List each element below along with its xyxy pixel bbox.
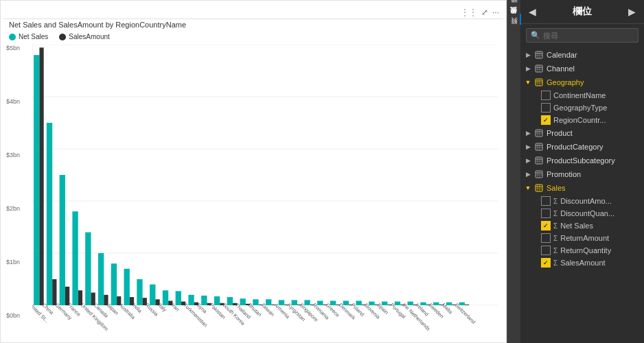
label-productsubcategory: ProductSubcategory bbox=[547, 156, 615, 165]
checkbox-discountquan[interactable] bbox=[541, 209, 551, 218]
group-geography[interactable]: ▼ Geography bbox=[520, 75, 644, 89]
checkbox-returnamount[interactable] bbox=[541, 233, 551, 243]
search-box[interactable]: 🔍 bbox=[526, 28, 639, 43]
svg-rect-90 bbox=[536, 130, 542, 137]
arrow-productsubcategory: ▶ bbox=[525, 157, 531, 164]
field-netsales[interactable]: Σ Net Sales bbox=[520, 220, 644, 232]
vtab-data[interactable]: 資料 bbox=[508, 25, 520, 36]
field-geographytype[interactable]: GeographyType bbox=[520, 102, 644, 114]
field-continentname[interactable]: ContinentName bbox=[520, 89, 644, 102]
svg-rect-11 bbox=[60, 175, 65, 305]
icon-channel bbox=[534, 64, 544, 73]
group-sales[interactable]: ▼ Sales bbox=[520, 181, 644, 195]
label-channel: Channel bbox=[547, 64, 575, 73]
vertical-tabs-panel: 篩選 視覺效果 資料 bbox=[507, 0, 520, 343]
search-icon: 🔍 bbox=[531, 31, 540, 40]
legend-item-netsales: Net Sales bbox=[9, 33, 48, 40]
vtab-visual[interactable]: 視覺效果 bbox=[507, 14, 521, 25]
sigma-icon-returnquantity: Σ bbox=[553, 247, 557, 255]
field-regioncountry[interactable]: RegionCountr... bbox=[520, 114, 644, 126]
svg-rect-19 bbox=[111, 263, 117, 305]
label-promotion: Promotion bbox=[547, 170, 581, 178]
x-label-9: Russia bbox=[144, 302, 160, 318]
group-productsubcategory[interactable]: ▶ ProductSubcategory bbox=[520, 154, 644, 167]
arrow-productcategory: ▶ bbox=[525, 143, 531, 150]
label-productcategory: ProductCategory bbox=[547, 143, 603, 151]
right-panel: ◀ 欄位 ▶ 🔍 ▶ Calendar ▶ bbox=[520, 0, 644, 343]
sigma-icon-discountquan: Σ bbox=[553, 210, 557, 217]
checkbox-salesamount[interactable] bbox=[541, 258, 551, 268]
checkbox-netsales[interactable] bbox=[541, 221, 551, 230]
y-axis-labels: $0bn $1bn $2bn $3bn $4bn $5bn bbox=[6, 45, 20, 319]
group-promotion[interactable]: ▶ Promotion bbox=[520, 167, 644, 181]
svg-rect-110 bbox=[536, 185, 542, 191]
sigma-icon-returnamount: Σ bbox=[553, 235, 557, 242]
fieldname-salesamount: SalesAmount bbox=[560, 259, 605, 267]
checkbox-geographytype[interactable] bbox=[541, 103, 551, 113]
drag-handle[interactable]: ⋮⋮ bbox=[461, 8, 477, 17]
svg-rect-85 bbox=[536, 79, 542, 86]
fieldname-geographytype: GeographyType bbox=[553, 104, 607, 112]
fieldname-netsales: Net Sales bbox=[560, 222, 593, 230]
svg-rect-17 bbox=[98, 253, 104, 305]
checkbox-discountamo[interactable] bbox=[541, 196, 551, 206]
legend-item-salesamount: SalesAmount bbox=[59, 33, 109, 40]
expand-icon[interactable]: ⤢ bbox=[481, 8, 488, 17]
y-label-3bn: $3bn bbox=[6, 152, 20, 158]
x-label-33: Switzerland bbox=[453, 302, 476, 325]
chart-title: Net Sales and SalesAmount by RegionCount… bbox=[3, 19, 503, 32]
group-calendar[interactable]: ▶ Calendar bbox=[520, 48, 644, 62]
x-labels-container: United St...ChinaGermanyFranceUnited Kin… bbox=[32, 300, 498, 338]
vtab-filter[interactable]: 篩選 bbox=[508, 3, 520, 14]
field-discountamo[interactable]: Σ DiscountAmo... bbox=[520, 195, 644, 207]
svg-rect-7 bbox=[34, 55, 39, 305]
icon-promotion bbox=[534, 169, 544, 179]
svg-rect-75 bbox=[536, 51, 542, 58]
arrow-product: ▶ bbox=[525, 130, 531, 137]
field-salesamount[interactable]: Σ SalesAmount bbox=[520, 257, 644, 269]
fieldname-discountquan: DiscountQuan... bbox=[560, 209, 614, 217]
legend-label-salesamount: SalesAmount bbox=[69, 33, 109, 40]
sigma-icon-netsales: Σ bbox=[553, 222, 557, 230]
checkbox-returnquantity[interactable] bbox=[541, 246, 551, 255]
group-channel[interactable]: ▶ Channel bbox=[520, 62, 644, 75]
panel-back-button[interactable]: ◀ bbox=[527, 6, 538, 17]
chart-topbar: ⋮⋮ ⤢ ··· bbox=[3, 6, 503, 19]
label-product: Product bbox=[547, 129, 573, 137]
x-label-11: Iran bbox=[170, 302, 181, 313]
group-productcategory[interactable]: ▶ ProductCategory bbox=[520, 140, 644, 154]
y-label-5bn: $5bn bbox=[6, 45, 20, 51]
panel-forward-button[interactable]: ▶ bbox=[627, 6, 637, 17]
svg-rect-105 bbox=[536, 171, 542, 178]
arrow-channel: ▶ bbox=[525, 65, 531, 72]
group-product[interactable]: ▶ Product bbox=[520, 126, 644, 140]
svg-rect-13 bbox=[72, 211, 78, 305]
field-returnamount[interactable]: Σ ReturnAmount bbox=[520, 232, 644, 244]
y-label-1bn: $1bn bbox=[6, 259, 20, 265]
icon-calendar bbox=[534, 50, 544, 60]
chart-content: $0bn $1bn $2bn $3bn $4bn $5bn bbox=[3, 45, 503, 340]
checkbox-regioncountry[interactable] bbox=[541, 115, 551, 125]
arrow-calendar: ▶ bbox=[525, 51, 531, 58]
label-calendar: Calendar bbox=[547, 51, 577, 59]
chart-area: ⋮⋮ ⤢ ··· Net Sales and SalesAmount by Re… bbox=[0, 0, 507, 343]
fieldname-discountamo: DiscountAmo... bbox=[560, 197, 612, 205]
checkbox-continentname[interactable] bbox=[541, 91, 551, 100]
y-label-2bn: $2bn bbox=[6, 205, 20, 212]
x-label-10: Italy bbox=[157, 302, 168, 313]
legend-dot-salesamount bbox=[59, 34, 66, 40]
search-input[interactable] bbox=[543, 32, 634, 40]
y-label-4bn: $4bn bbox=[6, 98, 20, 105]
svg-rect-80 bbox=[536, 65, 542, 72]
svg-rect-95 bbox=[536, 143, 542, 150]
more-options-icon[interactable]: ··· bbox=[492, 8, 499, 17]
chart-svg bbox=[32, 45, 498, 305]
field-discountquan[interactable]: Σ DiscountQuan... bbox=[520, 207, 644, 220]
field-returnquantity[interactable]: Σ ReturnQuantity bbox=[520, 244, 644, 257]
label-geography: Geography bbox=[547, 78, 584, 86]
chart-legend: Net Sales SalesAmount bbox=[3, 32, 503, 45]
arrow-geography: ▼ bbox=[525, 79, 531, 86]
svg-rect-100 bbox=[536, 157, 542, 164]
panel-header: ◀ 欄位 ▶ bbox=[520, 0, 644, 24]
icon-sales bbox=[534, 183, 544, 193]
